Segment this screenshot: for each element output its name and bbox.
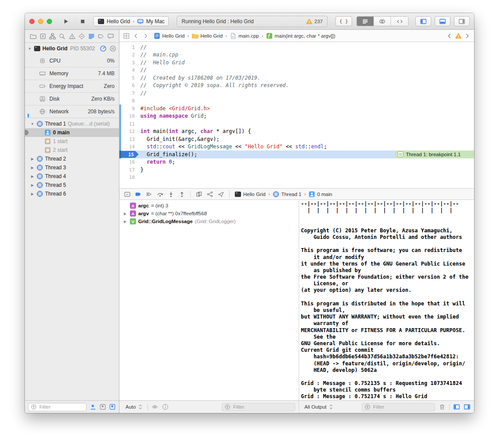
line-number[interactable]: 14 <box>121 144 139 149</box>
code-line-2[interactable]: 2// main.cpp <box>119 51 474 59</box>
standard-editor-button[interactable] <box>357 17 374 26</box>
navigator-tab-report[interactable] <box>106 32 115 41</box>
console-output[interactable]: --|--|--|--|--|--|--|--|--|--|--|--|--|-… <box>299 200 474 400</box>
forward-button[interactable] <box>142 32 149 39</box>
code-line-9[interactable]: 9#include <Grid/Grid.h> <box>119 105 474 112</box>
code-line-4[interactable]: 4// <box>119 66 474 74</box>
stack-frame-row[interactable]: 2 start <box>25 146 119 154</box>
code-line-1[interactable]: 1// <box>119 43 474 51</box>
variable-row[interactable]: Aargc= (int) 3 <box>119 202 299 210</box>
process-row[interactable]: ▼ Hello Grid PID 55302 <box>25 43 119 54</box>
line-number[interactable]: 2 <box>121 52 139 57</box>
memory-graph-button[interactable] <box>206 191 213 198</box>
jumpbar-item[interactable]: main(int argc, char * argv[]) <box>266 32 335 39</box>
minimize-button[interactable] <box>38 19 43 24</box>
toggle-variables-view-icon[interactable] <box>453 403 460 410</box>
thread-row[interactable]: ▼Thread 1Queue:...d (serial) <box>25 119 119 128</box>
disclosure-triangle[interactable]: ▶ <box>30 183 35 187</box>
code-line-5[interactable]: 5// Created by s1786208 on 17/03/2019. <box>119 74 474 82</box>
code-line-18[interactable]: 18 <box>119 174 474 182</box>
debug-view-hierarchy-button[interactable] <box>195 191 202 198</box>
jumpbar-item[interactable]: Hello Grid <box>192 32 223 39</box>
show-flagged-threads-icon[interactable] <box>90 403 97 410</box>
view-by-queue-icon[interactable] <box>109 45 116 52</box>
source-editor[interactable]: 1//2// main.cpp3// Hello Grid4//5// Crea… <box>119 42 474 188</box>
breakpoint-annotation[interactable]: Thread 1: breakpoint 1.1 <box>395 150 474 158</box>
version-editor-button[interactable] <box>391 17 408 26</box>
line-number[interactable]: 16 <box>121 159 139 164</box>
debug-crumb[interactable]: Hello Grid <box>234 191 265 198</box>
stack-frame-row[interactable]: 0 main <box>25 128 119 137</box>
disclosure-triangle[interactable]: ▶ <box>30 175 35 178</box>
code-line-16[interactable]: 16 return 0; <box>119 158 474 166</box>
navigator-tab-breakpoint[interactable] <box>97 32 105 41</box>
back-button[interactable] <box>133 32 140 39</box>
console-output-popup[interactable]: All Output <box>304 403 335 410</box>
jumpbar-item[interactable]: main.cpp <box>230 32 259 39</box>
code-line-12[interactable]: 12int main(int argc, char * argv[]) { <box>119 128 474 136</box>
toggle-console-view-icon[interactable] <box>464 403 471 410</box>
next-issue-button[interactable] <box>464 32 471 39</box>
navigator-tab-test[interactable] <box>77 32 86 41</box>
navigator-tab-debug[interactable] <box>87 32 96 41</box>
line-number[interactable]: 7 <box>121 91 139 96</box>
navigator-filter-input[interactable]: Filter <box>28 403 87 411</box>
thread-row[interactable]: ▶Thread 4 <box>25 172 119 181</box>
line-number[interactable]: 17 <box>121 167 139 172</box>
hide-debug-area-button[interactable] <box>124 191 131 198</box>
gauge-row-memory[interactable]: Memory7.4 MB <box>25 67 119 80</box>
line-number[interactable]: 18 <box>121 175 139 180</box>
variable-row[interactable]: ▶VGrid::GridLogMessage(Grid::GridLogger) <box>119 217 299 225</box>
toggle-debug-area-button[interactable] <box>435 16 450 26</box>
jumpbar-item[interactable]: Hello Grid <box>154 32 185 39</box>
line-number[interactable]: 5 <box>121 75 139 80</box>
line-number[interactable]: 10 <box>121 113 139 119</box>
view-by-thread-icon[interactable] <box>99 403 106 410</box>
code-line-11[interactable]: 11 <box>119 120 474 128</box>
continue-button[interactable] <box>146 191 153 198</box>
toggle-navigator-button[interactable] <box>415 16 431 26</box>
code-line-17[interactable]: 17} <box>119 166 474 174</box>
code-line-14[interactable]: 14 std::cout << GridLogMessage << "Hello… <box>119 143 474 151</box>
debug-crumb[interactable]: Thread 1 <box>272 191 301 198</box>
assistant-editor-button[interactable] <box>374 17 391 26</box>
line-number[interactable]: 8 <box>121 98 139 103</box>
step-into-button[interactable] <box>167 191 174 198</box>
navigator-tab-find[interactable] <box>58 32 66 41</box>
line-number[interactable]: 4 <box>121 67 139 73</box>
code-line-7[interactable]: 7// <box>119 89 474 97</box>
step-over-button[interactable] <box>157 191 164 198</box>
code-line-6[interactable]: 6// Copyright © 2019 sopa. All rights re… <box>119 82 474 90</box>
console-filter-input[interactable]: Filter <box>362 403 435 411</box>
disclosure-triangle[interactable]: ▶ <box>30 166 35 170</box>
disclosure-triangle[interactable]: ▶ <box>124 220 128 224</box>
disclosure-triangle[interactable]: ▼ <box>28 47 32 51</box>
clear-console-icon[interactable] <box>439 403 446 410</box>
simulate-location-button[interactable] <box>217 191 224 198</box>
breakpoint-line-badge[interactable]: 15 <box>121 151 139 158</box>
gauge-row-energy[interactable]: Energy ImpactZero <box>25 80 119 92</box>
print-description-icon[interactable] <box>162 403 169 410</box>
disclosure-triangle[interactable]: ▶ <box>124 212 128 216</box>
variables-scope-popup[interactable]: Auto <box>126 403 144 410</box>
navigator-tab-source-control[interactable] <box>38 32 47 41</box>
code-line-8[interactable]: 8 <box>119 97 474 105</box>
toggle-inspector-button[interactable] <box>454 16 470 26</box>
quick-look-icon[interactable] <box>151 403 158 410</box>
line-number[interactable]: 13 <box>121 136 139 142</box>
line-number[interactable]: 9 <box>121 106 139 111</box>
disclosure-triangle[interactable]: ▼ <box>30 122 35 126</box>
stack-frame-row[interactable]: 1 start <box>25 137 119 146</box>
scheme-selector[interactable]: Hello Grid › My Mac <box>93 16 169 26</box>
debug-gauges-icon[interactable] <box>100 45 107 52</box>
code-line-3[interactable]: 3// Hello Grid <box>119 59 474 66</box>
thread-row[interactable]: ▶Thread 6 <box>25 189 119 198</box>
line-number[interactable]: 3 <box>121 60 139 65</box>
line-number[interactable]: 1 <box>121 45 139 50</box>
stop-button[interactable] <box>77 16 89 27</box>
run-button[interactable] <box>60 16 72 27</box>
navigator-tab-symbol[interactable] <box>48 32 57 41</box>
code-line-10[interactable]: 10using namespace Grid; <box>119 112 474 120</box>
disclosure-triangle[interactable]: ▶ <box>30 157 35 161</box>
warning-count-badge[interactable]: 237 <box>306 18 323 25</box>
